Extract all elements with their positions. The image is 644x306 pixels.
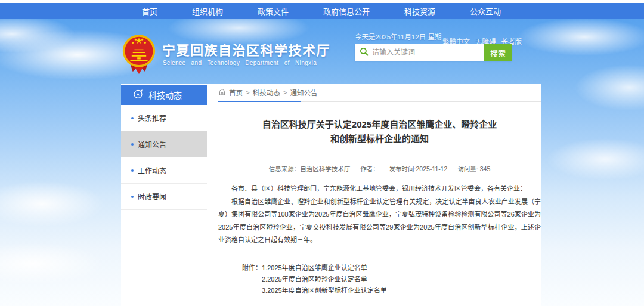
sidebar-item-label: 头条推荐: [138, 113, 166, 123]
breadcrumb-divider: [218, 101, 541, 102]
sidebar-item-notices[interactable]: 通知公告: [121, 131, 207, 157]
breadcrumb: 首页 > 科技动态 > 通知公告: [218, 84, 541, 101]
search-field: [355, 44, 484, 61]
site-subtitle: Science and Technology Department of Nin…: [163, 60, 317, 66]
attachments-list: 1.2025年度自治区雏鹰企业认定名单 2.2025年度自治区瞪羚企业认定名单 …: [262, 262, 387, 296]
meta-source: 信息来源：自治区科学技术厅: [269, 165, 351, 172]
nav-item-organization[interactable]: 组织机构: [192, 5, 223, 17]
sidebar-item-work-news[interactable]: 工作动态: [121, 157, 207, 184]
article-title-line-1: 自治区科技厅关于认定2025年度自治区雏鹰企业、瞪羚企业: [218, 118, 541, 132]
search-input[interactable]: [372, 48, 479, 57]
meta-publish-time: 发布时间:2025-11-12: [389, 165, 448, 172]
meta-author: 作者：: [360, 165, 379, 172]
article-paragraph: 各市、县（区）科技管理部门，宁东能源化工基地管委会，银川经济技术开发区管委会，各…: [218, 183, 541, 196]
sidebar-title: 科技动态: [148, 89, 182, 101]
sidebar-item-political-news[interactable]: 时政要闻: [121, 184, 207, 210]
sidebar-item-headlines[interactable]: 头条推荐: [121, 105, 207, 131]
bullet-dot-icon: [131, 117, 134, 119]
home-icon: [218, 88, 226, 97]
sidebar-item-label: 时政要闻: [138, 191, 166, 202]
top-navbar: 首页 组织机构 政策文件 政府信息公开 科技资源 公众互动: [0, 3, 644, 19]
sidebar-header: 科技动态: [121, 85, 207, 105]
page-root: 首页 组织机构 政策文件 政府信息公开 科技资源 公众互动 宁夏回族自治区科学技…: [0, 0, 644, 306]
content-panel: 科技动态 头条推荐 通知公告 工作动态 时政要闻: [121, 84, 541, 306]
national-emblem-logo: [121, 33, 157, 79]
attachment-link-2[interactable]: 2.2025年度自治区瞪羚企业认定名单: [262, 274, 387, 285]
breadcrumb-separator: >: [246, 89, 250, 96]
article-area: 首页 > 科技动态 > 通知公告 自治区科技厅关于认定2025年度自治区雏鹰企业…: [218, 84, 541, 296]
attachment-link-3[interactable]: 3.2025年度自治区创新型标杆企业认定名单: [262, 285, 387, 296]
bullet-dot-icon: [131, 196, 134, 198]
bullet-dot-icon: [131, 169, 134, 172]
article-title: 自治区科技厅关于认定2025年度自治区雏鹰企业、瞪羚企业 和创新型标杆企业的通知: [218, 118, 541, 146]
breadcrumb-home[interactable]: 首页: [229, 88, 243, 97]
bullet-dot-icon: [131, 143, 134, 146]
site-title: 宁夏回族自治区科学技术厅: [162, 39, 330, 58]
search-button[interactable]: 搜索: [484, 44, 512, 61]
sidebar: 科技动态 头条推荐 通知公告 工作动态 时政要闻: [121, 85, 207, 210]
attachments-label: 附件：: [242, 262, 262, 296]
attachment-link-1[interactable]: 1.2025年度自治区雏鹰企业认定名单: [262, 262, 387, 274]
sidebar-item-label: 通知公告: [138, 139, 166, 149]
search-bar: 搜索: [355, 44, 512, 61]
sidebar-item-label: 工作动态: [138, 165, 166, 175]
article-body: 各市、县（区）科技管理部门，宁东能源化工基地管委会，银川经济技术开发区管委会，各…: [218, 183, 541, 247]
attachments-block: 附件： 1.2025年度自治区雏鹰企业认定名单 2.2025年度自治区瞪羚企业认…: [242, 262, 541, 296]
nav-item-policy[interactable]: 政策文件: [258, 5, 289, 17]
nav-item-interaction[interactable]: 公众互动: [470, 5, 501, 17]
article-title-line-2: 和创新型标杆企业的通知: [218, 132, 541, 146]
nav-item-gov-info[interactable]: 政府信息公开: [323, 5, 370, 17]
nav-item-resources[interactable]: 科技资源: [404, 5, 435, 17]
breadcrumb-section[interactable]: 科技动态: [253, 88, 280, 97]
meta-views: 访问量: 345: [457, 165, 490, 172]
article-paragraph: 根据自治区雏鹰企业、瞪羚企业和创新型标杆企业认定管理有关规定，决定认定半亩良人农…: [218, 196, 541, 247]
breadcrumb-separator: >: [283, 89, 287, 96]
star-circle-icon: [133, 89, 143, 101]
search-icon: [360, 47, 369, 58]
nav-item-home[interactable]: 首页: [142, 5, 157, 17]
breadcrumb-current[interactable]: 通知公告: [290, 88, 317, 97]
article-meta: 信息来源：自治区科学技术厅 作者： 发布时间:2025-11-12 访问量: 3…: [218, 164, 541, 173]
